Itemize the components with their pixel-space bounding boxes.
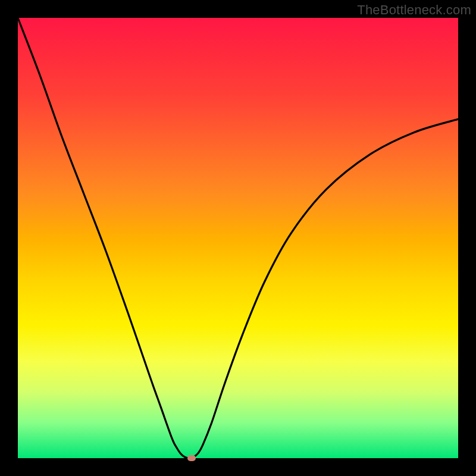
chart-frame: TheBottleneck.com xyxy=(0,0,476,476)
curve-svg xyxy=(18,18,458,458)
optimum-marker xyxy=(187,455,196,461)
bottleneck-curve xyxy=(18,18,458,458)
plot-area xyxy=(18,18,458,458)
watermark-text: TheBottleneck.com xyxy=(357,2,471,18)
